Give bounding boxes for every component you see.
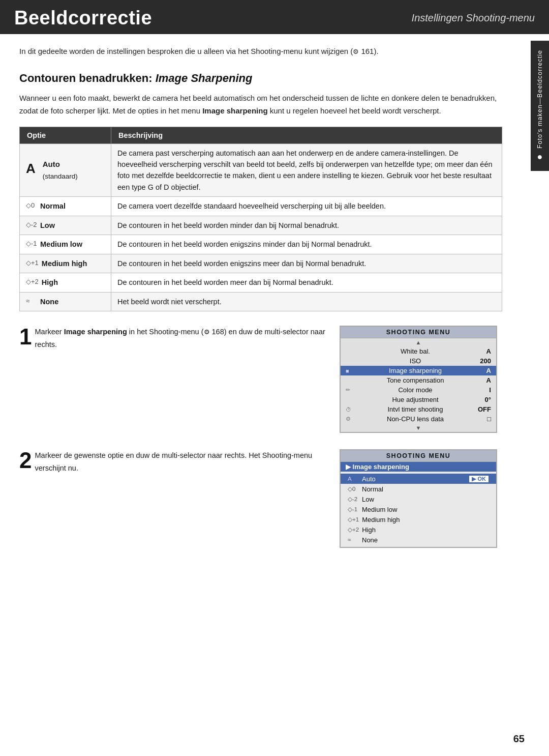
menu2-label: Medium low bbox=[362, 506, 397, 513]
row-label: Intvl timer shooting bbox=[387, 405, 443, 413]
intro-paragraph: In dit gedeelte worden de instellingen b… bbox=[19, 45, 502, 57]
option-label: Normal bbox=[40, 200, 66, 212]
page-subtitle: Instellingen Shooting-menu bbox=[412, 12, 535, 24]
row-value: A bbox=[476, 376, 491, 384]
menu1-row: ■Image sharpeningA bbox=[341, 366, 496, 375]
option-sym: ◇+1 bbox=[26, 258, 39, 268]
menu2-row: ≈None bbox=[341, 535, 496, 545]
table-desc-cell: De contouren in het beeld worden enigszi… bbox=[111, 254, 502, 273]
option-sym: ◇+2 bbox=[26, 277, 39, 287]
menu2-sym: ◇-2 bbox=[348, 496, 359, 503]
option-label: Medium low bbox=[40, 239, 82, 250]
col-header-desc: Beschrijving bbox=[111, 127, 502, 143]
section-title: Contouren benadrukken: Image Sharpening bbox=[19, 72, 502, 85]
row-icon: ⏱ bbox=[346, 406, 355, 413]
menu2-label: High bbox=[362, 526, 376, 534]
menu1-row: White bal.A bbox=[341, 346, 496, 356]
menu1-row: Tone compensationA bbox=[341, 375, 496, 385]
table-desc-cell: Het beeld wordt niet verscherpt. bbox=[111, 292, 502, 311]
menu2-row: ◇-1Medium low bbox=[341, 504, 496, 514]
table-option-cell: ◇+2 High bbox=[20, 273, 111, 292]
step-1-block: 1 Markeer Image sharpening in het Shooti… bbox=[19, 326, 502, 433]
menu1-row: Hue adjustment0° bbox=[341, 395, 496, 404]
side-tab-text: Foto's maken—Beeldcorrectie bbox=[536, 50, 543, 149]
ok-badge: ▶ OK bbox=[469, 475, 489, 483]
row-label: ISO bbox=[410, 357, 421, 365]
menu1-rows: White bal.AISO200■Image sharpeningATone … bbox=[341, 346, 496, 424]
table-option-cell: ◇0 Normal bbox=[20, 197, 111, 216]
row-value: 200 bbox=[476, 357, 491, 365]
table-desc-cell: De contouren in het beeld worden enigszi… bbox=[111, 235, 502, 254]
option-label: Medium high bbox=[42, 258, 87, 269]
table-option-cell: ◇-1 Medium low bbox=[20, 235, 111, 254]
menu2-sym: ◇-1 bbox=[348, 506, 359, 513]
menu1-row: ✏Color modeI bbox=[341, 385, 496, 395]
auto-label: Auto bbox=[43, 160, 60, 168]
menu2-row: ◇+1Medium high bbox=[341, 514, 496, 525]
page-header: Beeldcorrectie Instellingen Shooting-men… bbox=[0, 0, 549, 34]
menu2-label: Medium high bbox=[362, 516, 400, 524]
menu1-row: ISO200 bbox=[341, 356, 496, 366]
menu2-row: AAuto▶ OK bbox=[341, 474, 496, 484]
menu2-sym: ◇+2 bbox=[348, 526, 359, 533]
menu2-row: ◇+2High bbox=[341, 525, 496, 535]
step-1-number: 1 bbox=[19, 326, 32, 348]
row-value: A bbox=[476, 367, 491, 374]
row-label: Image sharpening bbox=[389, 367, 442, 374]
menu2-subtitle: ▶ Image sharpening bbox=[341, 462, 496, 472]
menu1-row: ⚙Non-CPU lens data□ bbox=[341, 414, 496, 424]
step-2-image: SHOOTING MENU ▶ Image sharpening AAuto▶ … bbox=[340, 449, 502, 548]
option-sym: ◇0 bbox=[26, 200, 37, 211]
menu2-title: SHOOTING MENU bbox=[341, 450, 496, 462]
section-description: Wanneer u een foto maakt, bewerkt de cam… bbox=[19, 92, 502, 118]
menu1-title: SHOOTING MENU bbox=[341, 327, 496, 338]
menu2-rows: AAuto▶ OK◇0Normal◇-2Low◇-1Medium low◇+1M… bbox=[341, 472, 496, 547]
row-label: Non-CPU lens data bbox=[387, 415, 444, 423]
camera-menu-2: SHOOTING MENU ▶ Image sharpening AAuto▶ … bbox=[340, 449, 497, 548]
table-option-cell: AAuto(standaard) bbox=[20, 143, 111, 197]
section-title-plain: Contouren benadrukken: bbox=[19, 72, 156, 84]
menu2-sym: ≈ bbox=[348, 537, 359, 543]
settings-icon-inline: ⚙ bbox=[353, 48, 359, 55]
page-number: 65 bbox=[513, 733, 525, 745]
menu2-sym: ◇+1 bbox=[348, 516, 359, 523]
auto-sublabel: (standaard) bbox=[43, 172, 78, 180]
option-label: High bbox=[42, 277, 58, 288]
row-icon: ⚙ bbox=[346, 416, 355, 422]
settings-icon-step1: ⚙ bbox=[204, 328, 210, 336]
menu2-row: ◇-2Low bbox=[341, 494, 496, 504]
section-title-italic: Image Sharpening bbox=[156, 72, 253, 84]
row-value: □ bbox=[476, 415, 491, 423]
option-sym: ◇-2 bbox=[26, 220, 37, 230]
options-table: Optie Beschrijving AAuto(standaard)De ca… bbox=[19, 127, 502, 312]
row-label: Tone compensation bbox=[387, 376, 444, 384]
col-header-option: Optie bbox=[20, 127, 111, 143]
table-option-cell: ◇-2 Low bbox=[20, 216, 111, 235]
menu2-sym: ◇0 bbox=[348, 485, 359, 492]
row-value: A bbox=[476, 347, 491, 355]
row-value: OFF bbox=[476, 405, 491, 413]
row-value: I bbox=[476, 386, 491, 394]
camera-menu-1: SHOOTING MENU ▲ White bal.AISO200■Image … bbox=[340, 326, 497, 433]
menu2-label: Low bbox=[362, 496, 374, 503]
step-2-number: 2 bbox=[19, 449, 32, 472]
row-label: Color mode bbox=[398, 386, 432, 394]
menu2-row: ◇0Normal bbox=[341, 484, 496, 494]
option-label: Low bbox=[40, 220, 55, 231]
row-label: White bal. bbox=[401, 347, 430, 355]
option-sym: ◇-1 bbox=[26, 239, 37, 249]
row-value: 0° bbox=[476, 396, 491, 403]
option-sym: ≈ bbox=[26, 296, 37, 306]
auto-big-a: A bbox=[26, 158, 36, 179]
step-2-para: Markeer de gewenste optie en duw de mult… bbox=[35, 449, 329, 474]
main-content: In dit gedeelte worden de instellingen b… bbox=[0, 34, 529, 575]
step-1-para: Markeer Image sharpening in het Shooting… bbox=[35, 326, 329, 351]
table-desc-cell: De camera past verscherping automatisch … bbox=[111, 143, 502, 197]
row-label: Hue adjustment bbox=[392, 396, 438, 403]
menu2-label: Normal bbox=[362, 485, 383, 493]
step-1-text: 1 Markeer Image sharpening in het Shooti… bbox=[19, 326, 329, 351]
table-desc-cell: De contouren in het beeld worden meer da… bbox=[111, 273, 502, 292]
menu1-scroll-down: ▼ bbox=[341, 424, 496, 432]
step-2-text: 2 Markeer de gewenste optie en duw de mu… bbox=[19, 449, 329, 474]
menu2-label: None bbox=[362, 536, 378, 544]
